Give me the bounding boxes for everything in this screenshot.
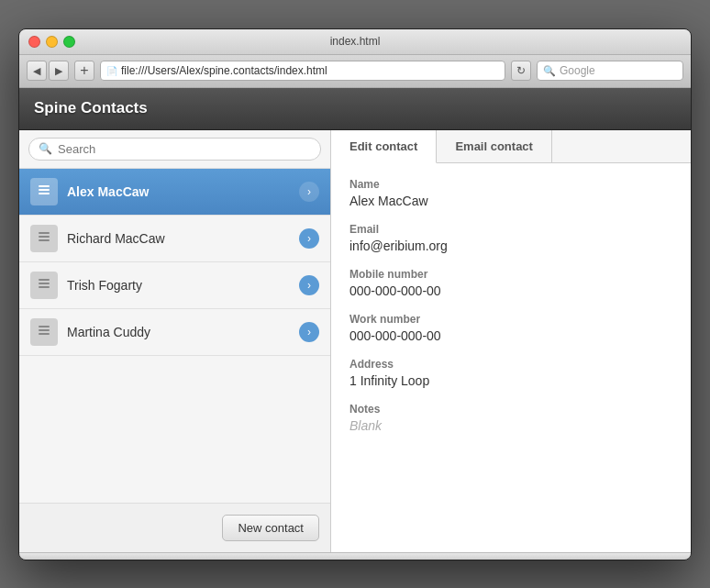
svg-rect-2 xyxy=(39,193,50,194)
svg-rect-8 xyxy=(39,286,50,288)
contact-chevron-button[interactable]: › xyxy=(299,322,319,342)
detail-panel: Edit contact Email contact Name Alex Mac… xyxy=(331,130,691,552)
sidebar-footer: New contact xyxy=(19,503,330,552)
field-email: Email info@eribium.org xyxy=(349,223,672,253)
contacts-list: Alex MacCaw › Richard MacCaw › xyxy=(19,169,330,503)
contact-item[interactable]: Trish Fogarty › xyxy=(19,262,330,309)
field-value-address: 1 Infinity Loop xyxy=(349,373,672,388)
field-value-name: Alex MacCaw xyxy=(349,194,672,208)
search-icon: 🔍 xyxy=(543,65,556,77)
avatar xyxy=(30,178,58,205)
forward-button[interactable]: ▶ xyxy=(49,61,69,81)
field-label-mobile: Mobile number xyxy=(349,268,672,281)
field-mobile: Mobile number 000-000-000-00 xyxy=(349,268,672,298)
search-input-wrap[interactable]: 🔍 xyxy=(28,138,321,161)
window-bottom-bar xyxy=(19,552,691,560)
detail-body: Name Alex MacCaw Email info@eribium.org … xyxy=(331,163,691,552)
tab-edit-contact[interactable]: Edit contact xyxy=(331,130,437,163)
field-label-notes: Notes xyxy=(349,403,672,416)
new-contact-button[interactable]: New contact xyxy=(222,515,319,541)
contact-item[interactable]: Alex MacCaw › xyxy=(19,169,330,216)
search-icon: 🔍 xyxy=(39,142,52,155)
search-input[interactable] xyxy=(58,142,311,156)
svg-rect-1 xyxy=(39,189,50,191)
tab-email-contact[interactable]: Email contact xyxy=(437,130,552,162)
contact-item[interactable]: Martina Cuddy › xyxy=(19,309,330,356)
title-bar: index.html xyxy=(19,29,691,55)
field-name: Name Alex MacCaw xyxy=(349,178,672,208)
app-header: Spine Contacts xyxy=(19,88,691,130)
field-label-work: Work number xyxy=(349,313,672,326)
svg-rect-7 xyxy=(39,283,50,284)
maximize-button[interactable] xyxy=(63,36,75,48)
contact-name: Richard MacCaw xyxy=(67,231,290,246)
svg-rect-10 xyxy=(39,329,50,331)
field-label-email: Email xyxy=(349,223,672,236)
field-value-email: info@eribium.org xyxy=(349,239,672,253)
field-value-work: 000-000-000-00 xyxy=(349,328,672,343)
page-icon: 📄 xyxy=(106,66,117,76)
app-title: Spine Contacts xyxy=(34,99,148,117)
refresh-button[interactable]: ↻ xyxy=(511,61,531,81)
contact-item[interactable]: Richard MacCaw › xyxy=(19,216,330,262)
svg-rect-6 xyxy=(39,279,50,281)
field-address: Address 1 Infinity Loop xyxy=(349,358,672,388)
google-search-bar[interactable]: 🔍 Google xyxy=(537,61,683,81)
contact-chevron-button[interactable]: › xyxy=(299,182,319,202)
contact-chevron-button[interactable]: › xyxy=(299,275,319,295)
avatar xyxy=(30,318,58,346)
contact-name: Trish Fogarty xyxy=(67,278,290,293)
window-title: index.html xyxy=(330,35,381,48)
search-bar: 🔍 xyxy=(19,130,330,169)
field-label-name: Name xyxy=(349,178,672,191)
svg-rect-0 xyxy=(39,185,50,187)
close-button[interactable] xyxy=(28,36,40,48)
sidebar: 🔍 Alex MacCaw › xyxy=(19,130,331,552)
google-placeholder: Google xyxy=(560,64,595,77)
field-value-mobile: 000-000-000-00 xyxy=(349,283,672,298)
main-content: 🔍 Alex MacCaw › xyxy=(19,130,691,552)
field-work: Work number 000-000-000-00 xyxy=(349,313,672,343)
nav-buttons: ◀ ▶ xyxy=(27,61,69,81)
svg-rect-9 xyxy=(39,326,50,327)
browser-toolbar: ◀ ▶ + 📄 file:///Users/Alex/spine.contact… xyxy=(19,55,691,88)
avatar xyxy=(30,225,58,252)
contact-chevron-button[interactable]: › xyxy=(299,228,319,249)
avatar xyxy=(30,272,58,299)
contact-name: Martina Cuddy xyxy=(67,325,290,339)
contact-name: Alex MacCaw xyxy=(67,184,290,199)
address-text: file:///Users/Alex/spine.contacts/index.… xyxy=(121,64,327,77)
svg-rect-11 xyxy=(39,333,50,335)
add-tab-button[interactable]: + xyxy=(74,61,94,81)
svg-rect-3 xyxy=(39,232,50,234)
minimize-button[interactable] xyxy=(46,36,58,48)
svg-rect-4 xyxy=(39,236,50,238)
address-bar[interactable]: 📄 file:///Users/Alex/spine.contacts/inde… xyxy=(100,61,505,81)
field-label-address: Address xyxy=(349,358,672,371)
traffic-lights xyxy=(28,36,75,48)
back-button[interactable]: ◀ xyxy=(27,61,47,81)
detail-tabs: Edit contact Email contact xyxy=(331,130,691,163)
svg-rect-5 xyxy=(39,239,50,241)
field-notes: Notes Blank xyxy=(349,403,672,433)
browser-window: index.html ◀ ▶ + 📄 file:///Users/Alex/sp… xyxy=(18,28,692,560)
field-value-notes: Blank xyxy=(349,418,672,433)
